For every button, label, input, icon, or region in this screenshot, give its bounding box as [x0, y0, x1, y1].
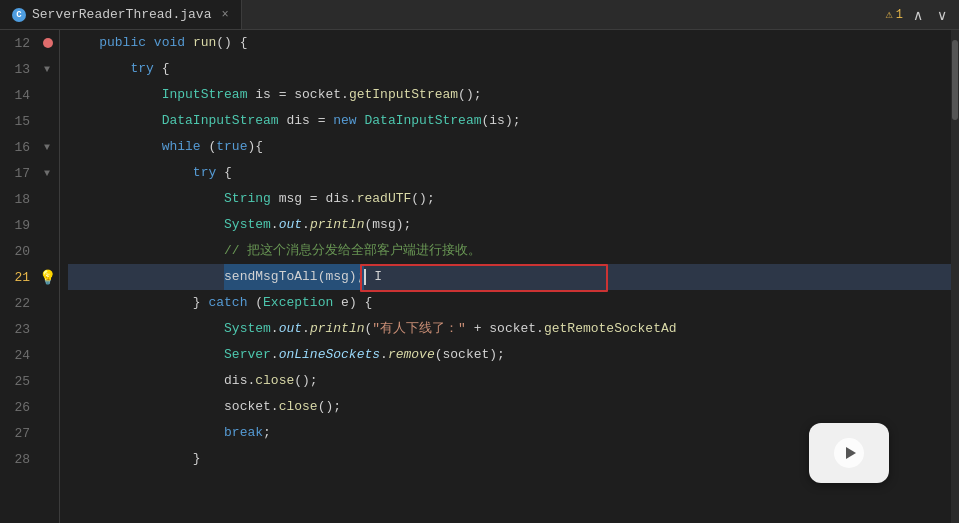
line-number-21: 21: [0, 270, 38, 285]
nav-up-button[interactable]: ∧: [909, 5, 927, 25]
gutter-row-26: 26: [0, 394, 59, 420]
line-number-18: 18: [0, 192, 38, 207]
gutter-row-14: 14: [0, 82, 59, 108]
gutter-row-25: 25: [0, 368, 59, 394]
gutter-row-22: 22: [0, 290, 59, 316]
line-number-23: 23: [0, 322, 38, 337]
line-number-24: 24: [0, 348, 38, 363]
code-lines: public void run() { try { InputStream is…: [60, 30, 959, 472]
video-thumbnail[interactable]: [809, 423, 889, 483]
warning-icon: ⚠: [886, 7, 893, 22]
gutter-row-21: 21 💡: [0, 264, 59, 290]
code-line-25: dis.close();: [68, 368, 959, 394]
selected-code: sendMsgToAll(msg);: [224, 264, 364, 290]
fold-17[interactable]: ▼: [38, 168, 56, 179]
code-line-15: DataInputStream dis = new DataInputStrea…: [68, 108, 959, 134]
line-number-20: 20: [0, 244, 38, 259]
warning-count: 1: [896, 8, 903, 22]
gutter-row-20: 20: [0, 238, 59, 264]
file-tab[interactable]: C ServerReaderThread.java ×: [0, 0, 242, 29]
nav-down-button[interactable]: ∨: [933, 5, 951, 25]
code-line-26: socket.close();: [68, 394, 959, 420]
code-line-18: String msg = dis.readUTF();: [68, 186, 959, 212]
vertical-scrollbar[interactable]: [951, 30, 959, 523]
code-line-23: System.out.println("有人下线了：" + socket.get…: [68, 316, 959, 342]
breakpoint-12[interactable]: [38, 38, 56, 48]
code-line-16: while (true){: [68, 134, 959, 160]
java-icon: C: [12, 8, 26, 22]
gutter-row-19: 19: [0, 212, 59, 238]
code-line-14: InputStream is = socket.getInputStream()…: [68, 82, 959, 108]
code-line-20: // 把这个消息分发给全部客户端进行接收。: [68, 238, 959, 264]
line-number-22: 22: [0, 296, 38, 311]
fold-13[interactable]: ▼: [38, 64, 56, 75]
play-icon: [846, 447, 856, 459]
play-button[interactable]: [834, 438, 864, 468]
code-editor[interactable]: public void run() { try { InputStream is…: [60, 30, 959, 523]
line-number-15: 15: [0, 114, 38, 129]
code-line-19: System.out.println(msg);: [68, 212, 959, 238]
gutter-row-16: 16 ▼: [0, 134, 59, 160]
line-number-12: 12: [0, 36, 38, 51]
gutter-row-24: 24: [0, 342, 59, 368]
gutter-row-13: 13 ▼: [0, 56, 59, 82]
code-line-21: sendMsgToAll(msg); I: [68, 264, 959, 290]
editor-area: 12 13 ▼ 14 15: [0, 30, 959, 523]
code-line-13: try {: [68, 56, 959, 82]
gutter-row-28: 28: [0, 446, 59, 472]
line-number-19: 19: [0, 218, 38, 233]
toolbar-right: ⚠ 1 ∧ ∨: [886, 5, 959, 25]
gutter-row-15: 15: [0, 108, 59, 134]
line-number-25: 25: [0, 374, 38, 389]
warning-badge: ⚠ 1: [886, 7, 903, 22]
gutter-row-17: 17 ▼: [0, 160, 59, 186]
line-number-28: 28: [0, 452, 38, 467]
tab-close-button[interactable]: ×: [221, 8, 228, 22]
code-line-22: } catch (Exception e) {: [68, 290, 959, 316]
lightbulb-21[interactable]: 💡: [38, 269, 56, 286]
line-number-27: 27: [0, 426, 38, 441]
line-number-16: 16: [0, 140, 38, 155]
gutter-row-23: 23: [0, 316, 59, 342]
gutter-row-18: 18: [0, 186, 59, 212]
app-window: C ServerReaderThread.java × ⚠ 1 ∧ ∨ 12: [0, 0, 959, 523]
line-number-17: 17: [0, 166, 38, 181]
tab-filename: ServerReaderThread.java: [32, 7, 211, 22]
line-number-14: 14: [0, 88, 38, 103]
line-gutter: 12 13 ▼ 14 15: [0, 30, 60, 523]
gutter-row-27: 27: [0, 420, 59, 446]
line-number-13: 13: [0, 62, 38, 77]
fold-16[interactable]: ▼: [38, 142, 56, 153]
tab-bar: C ServerReaderThread.java × ⚠ 1 ∧ ∨: [0, 0, 959, 30]
code-line-24: Server.onLineSockets.remove(socket);: [68, 342, 959, 368]
scrollbar-thumb[interactable]: [952, 40, 958, 120]
gutter-row-12: 12: [0, 30, 59, 56]
code-line-12: public void run() {: [68, 30, 959, 56]
line-number-26: 26: [0, 400, 38, 415]
code-line-17: try {: [68, 160, 959, 186]
